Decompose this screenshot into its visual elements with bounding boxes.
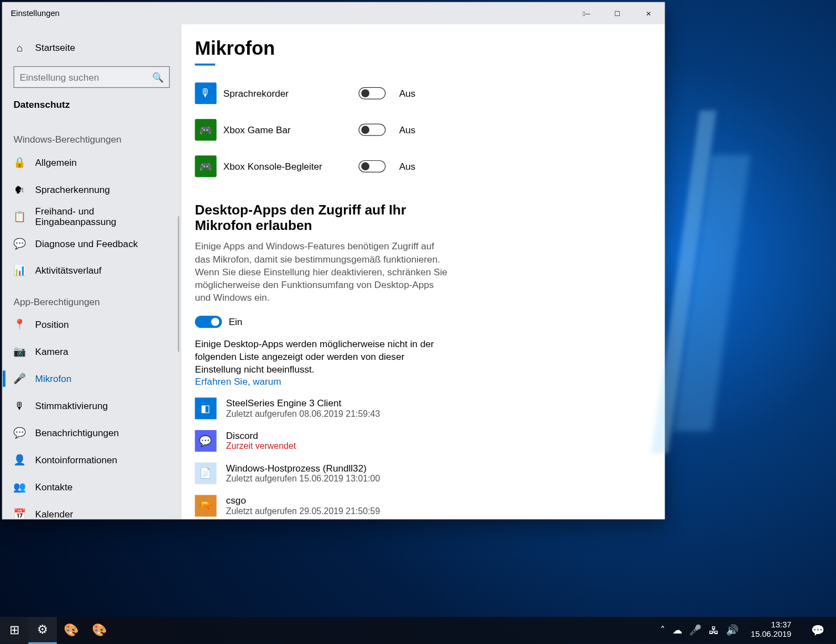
app-tile-icon: 🔫 [195, 495, 216, 517]
desktop-app-name: SteelSeries Engine 3 Client [226, 397, 380, 409]
app-name: Xbox Konsole-Begleiter [223, 161, 352, 172]
tray-cloud-icon[interactable]: ☁ [672, 624, 682, 636]
desktop-apps-heading: Desktop-Apps den Zugriff auf Ihr Mikrofo… [195, 202, 438, 233]
minimize-button[interactable]: ─ [571, 3, 602, 24]
sidebar-section-windows: Windows-Berechtigungen [3, 122, 181, 149]
taskbar-clock[interactable]: 13:37 15.06.2019 [745, 621, 797, 640]
sidebar-item-kontoinformationen[interactable]: 👤 Kontoinformationen [3, 446, 181, 473]
sidebar-item-diagnose[interactable]: 💬 Diagnose und Feedback [3, 230, 181, 257]
sidebar-current-category: Datenschutz [3, 93, 181, 122]
page-title: Mikrofon [195, 38, 648, 66]
clock-date: 15.06.2019 [751, 630, 791, 640]
app-tile-icon: 🎮 [195, 119, 216, 140]
sidebar-item-label: Mikrofon [35, 373, 72, 384]
maximize-button[interactable]: ☐ [602, 3, 633, 24]
voice-activation-icon: 🎙 [13, 400, 25, 412]
camera-icon: 📷 [13, 345, 25, 358]
sidebar-item-label: Stimmaktivierung [35, 400, 108, 411]
learn-why-link[interactable]: Erfahren Sie, warum [195, 376, 648, 387]
app-row-sprachrekorder: 🎙 Sprachrekorder Aus [195, 75, 648, 112]
sidebar-item-freihand[interactable]: 📋 Freihand- und Eingabeanpassung [3, 203, 181, 230]
taskbar-app-paint[interactable]: 🎨 [57, 617, 85, 644]
desktop-apps-note: Einige Desktop-Apps werden möglicherweis… [195, 338, 452, 376]
taskbar-app-paint-2[interactable]: 🎨 [85, 617, 113, 644]
action-center-button[interactable]: 💬 [803, 617, 832, 644]
app-tile-icon: 💬 [195, 430, 216, 452]
sidebar-item-label: Aktivitätsverlauf [35, 265, 102, 276]
sidebar-item-spracherkennung[interactable]: 🗣 Spracherkennung [3, 176, 181, 203]
desktop-app-sub: Zuletzt aufgerufen 15.06.2019 13:01:00 [226, 473, 380, 483]
sidebar-item-kontakte[interactable]: 👥 Kontakte [3, 473, 181, 500]
desktop-app-sub: Zurzeit verwendet [226, 441, 296, 451]
windows-logo-icon: ⊞ [9, 623, 19, 638]
paint-icon: 🎨 [92, 623, 107, 638]
taskbar-app-settings[interactable]: ⚙ [28, 617, 56, 644]
desktop-app-sub: Zuletzt aufgerufen 08.06.2019 21:59:43 [226, 409, 380, 418]
sidebar-item-label: Benachrichtigungen [35, 427, 119, 438]
system-tray[interactable]: ˄ ☁ 🎤 🖧 🔊 13:37 15.06.2019 💬 [660, 617, 836, 644]
tray-chevron-up-icon[interactable]: ˄ [660, 624, 666, 636]
sidebar-item-label: Kontoinformationen [35, 454, 118, 465]
taskbar[interactable]: ⊞ ⚙ 🎨 🎨 ˄ ☁ 🎤 🖧 🔊 13:37 15.06.2019 💬 [0, 617, 836, 644]
activity-icon: 📊 [13, 264, 25, 276]
notifications-icon: 💬 [13, 427, 25, 439]
close-button[interactable]: ✕ [633, 3, 664, 24]
tray-microphone-icon[interactable]: 🎤 [689, 624, 702, 636]
app-tile-icon: 📄 [195, 463, 216, 484]
paint-icon: 🎨 [64, 623, 79, 638]
sidebar-item-label: Diagnose und Feedback [35, 238, 138, 249]
settings-search[interactable]: 🔍 [13, 66, 170, 88]
sidebar-item-label: Allgemein [35, 157, 77, 168]
sidebar-item-label: Freihand- und Eingabeanpassung [35, 206, 170, 227]
tray-volume-icon[interactable]: 🔊 [726, 624, 739, 636]
search-input[interactable] [19, 72, 152, 83]
sidebar-item-label: Kamera [35, 346, 69, 357]
speech-icon: 🗣 [13, 184, 25, 195]
sidebar-item-mikrofon[interactable]: 🎤 Mikrofon [3, 365, 181, 392]
window-titlebar[interactable]: Einstellungen ─ ☐ ✕ [3, 3, 664, 24]
sidebar-item-aktivitaet[interactable]: 📊 Aktivitätsverlauf [3, 257, 181, 284]
calendar-icon: 📅 [13, 508, 25, 519]
app-name: Xbox Game Bar [223, 124, 352, 135]
feedback-icon: 💬 [13, 237, 25, 249]
app-tile-icon: ◧ [195, 397, 216, 419]
sidebar-home[interactable]: ⌂ Startseite [3, 34, 181, 61]
window-title: Einstellungen [11, 9, 60, 18]
sidebar-item-label: Position [35, 319, 69, 330]
app-tile-icon: 🎮 [195, 155, 216, 177]
toggle-state-label: Aus [399, 124, 416, 135]
tray-network-icon[interactable]: 🖧 [709, 625, 719, 636]
desktop-app-row: 🔫 csgo Zuletzt aufgerufen 29.05.2019 21:… [195, 495, 648, 517]
home-icon: ⌂ [13, 41, 25, 53]
start-button[interactable]: ⊞ [0, 617, 28, 644]
inking-icon: 📋 [13, 210, 25, 222]
toggle-desktop-apps[interactable] [195, 316, 222, 328]
sidebar-item-kalender[interactable]: 📅 Kalender [3, 500, 181, 519]
toggle-state-label: Aus [399, 161, 416, 172]
sidebar-item-label: Kontakte [35, 481, 73, 493]
desktop-app-sub: Zuletzt aufgerufen 29.05.2019 21:50:59 [226, 506, 380, 516]
desktop-app-row: ◧ SteelSeries Engine 3 Client Zuletzt au… [195, 397, 648, 419]
desktop-app-row: 📄 Windows-Hostprozess (Rundll32) Zuletzt… [195, 463, 648, 484]
sidebar-item-position[interactable]: 📍 Position [3, 311, 181, 338]
location-icon: 📍 [13, 318, 25, 331]
toggle-xbox-konsole-begleiter[interactable] [358, 160, 385, 172]
app-row-xbox-konsole-begleiter: 🎮 Xbox Konsole-Begleiter Aus [195, 148, 648, 185]
desktop-app-row: 💬 Discord Zurzeit verwendet [195, 430, 648, 452]
desktop-app-name: Discord [226, 430, 296, 441]
sidebar-item-allgemein[interactable]: 🔒 Allgemein [3, 149, 181, 176]
sidebar-item-kamera[interactable]: 📷 Kamera [3, 338, 181, 365]
notification-icon: 💬 [811, 624, 824, 636]
sidebar-item-label: Spracherkennung [35, 184, 110, 195]
toggle-sprachrekorder[interactable] [358, 87, 385, 100]
search-icon: 🔍 [152, 72, 164, 83]
app-tile-icon: 🎙 [195, 82, 216, 104]
app-row-xbox-game-bar: 🎮 Xbox Game Bar Aus [195, 112, 648, 148]
desktop-wallpaper: Einstellungen ─ ☐ ✕ ⌂ Startseite 🔍 Date… [0, 0, 836, 644]
lock-icon: 🔒 [13, 156, 25, 169]
contacts-icon: 👥 [13, 481, 25, 493]
sidebar-item-benachrichtigungen[interactable]: 💬 Benachrichtigungen [3, 419, 181, 446]
settings-content: Mikrofon 🎙 Sprachrekorder Aus 🎮 Xbox Gam… [181, 24, 664, 519]
toggle-xbox-game-bar[interactable] [358, 124, 385, 136]
sidebar-item-stimmaktivierung[interactable]: 🎙 Stimmaktivierung [3, 392, 181, 420]
